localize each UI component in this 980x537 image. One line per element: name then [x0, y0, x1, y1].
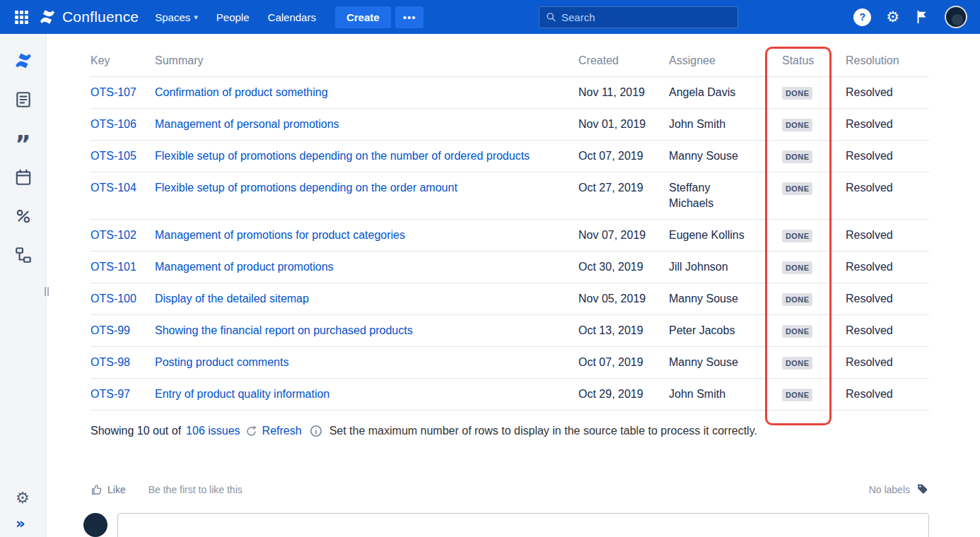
- table-row: OTS-101 Management of product promotions…: [91, 252, 929, 283]
- page-content: Key Summary Created Assignee Status Reso…: [47, 34, 980, 537]
- pages-icon: [14, 90, 33, 109]
- issue-created: Oct 30, 2019: [559, 252, 654, 283]
- refresh-icon[interactable]: [245, 425, 257, 437]
- issue-key-link[interactable]: OTS-98: [91, 356, 130, 368]
- status-badge: DONE: [782, 230, 812, 242]
- issue-key-link[interactable]: OTS-101: [91, 261, 136, 273]
- create-more-button[interactable]: •••: [395, 6, 424, 28]
- confluence-home-link[interactable]: Confluence: [38, 8, 139, 26]
- issues-table: Key Summary Created Assignee Status Reso…: [91, 45, 929, 411]
- issue-key-link[interactable]: OTS-99: [91, 324, 130, 336]
- global-search[interactable]: [539, 6, 738, 28]
- table-row: OTS-102 Management of promotions for pro…: [91, 220, 929, 252]
- issue-summary-link[interactable]: Management of personal promotions: [155, 118, 339, 130]
- nav-spaces[interactable]: Spaces ▾: [146, 0, 207, 34]
- status-badge: DONE: [782, 87, 812, 100]
- issue-key-link[interactable]: OTS-104: [91, 182, 136, 194]
- table-row: OTS-104 Flexible setup of promotions dep…: [91, 172, 929, 220]
- like-button[interactable]: Like: [91, 483, 126, 496]
- issue-assignee: John Smith: [654, 109, 768, 141]
- issue-resolution: Resolved: [826, 379, 929, 411]
- space-logo-icon: [13, 51, 33, 71]
- status-badge: DONE: [782, 293, 812, 306]
- table-header-row: Key Summary Created Assignee Status Reso…: [91, 45, 929, 77]
- issue-summary-link[interactable]: Showing the financial report on purchase…: [155, 324, 413, 336]
- nav-calendars[interactable]: Calendars: [259, 0, 325, 34]
- issue-summary-link[interactable]: Flexible setup of promotions depending o…: [155, 150, 530, 162]
- admin-gear-icon[interactable]: ⚙: [886, 10, 899, 25]
- issue-summary-link[interactable]: Management of product promotions: [155, 261, 334, 273]
- issue-created: Oct 29, 2019: [559, 379, 654, 411]
- issue-key-link[interactable]: OTS-100: [91, 293, 136, 305]
- issues-count-link[interactable]: 106 issues: [186, 425, 240, 437]
- refresh-link[interactable]: Refresh: [262, 425, 302, 437]
- announcements-flag-icon[interactable]: [914, 9, 930, 25]
- issue-assignee: Eugene Kollins: [654, 220, 768, 252]
- rows-note-text: Set the maximum number of rows to displa…: [329, 425, 757, 437]
- issue-resolution: Resolved: [826, 141, 929, 172]
- info-icon[interactable]: [310, 425, 322, 437]
- grid-icon: [15, 11, 28, 24]
- issue-summary-link[interactable]: Display of the detailed sitemap: [155, 293, 309, 305]
- help-button[interactable]: ?: [853, 8, 871, 26]
- table-row: OTS-106 Management of personal promotion…: [91, 109, 929, 141]
- sidebar-item-calendars[interactable]: [9, 163, 37, 191]
- issue-resolution: Resolved: [826, 347, 929, 379]
- sidebar-item-space-tools[interactable]: [9, 241, 37, 269]
- sidebar-space-logo[interactable]: [9, 47, 37, 75]
- create-button[interactable]: Create: [335, 6, 391, 28]
- issue-created: Oct 27, 2019: [559, 172, 654, 220]
- like-label: Like: [107, 484, 126, 495]
- issue-assignee: Angela Davis: [654, 77, 768, 109]
- labels-tag-icon[interactable]: [916, 483, 929, 496]
- sidebar-item-shortcuts[interactable]: [9, 202, 37, 230]
- thumbs-up-icon: [91, 483, 103, 496]
- comment-avatar: [83, 513, 107, 537]
- user-avatar[interactable]: [945, 6, 967, 28]
- issue-summary-link[interactable]: Management of promotions for product cat…: [155, 229, 405, 241]
- issue-assignee: Manny Souse: [654, 141, 768, 172]
- status-badge: DONE: [782, 325, 812, 338]
- status-badge: DONE: [782, 151, 812, 163]
- showing-count-text: Showing 10 out of: [91, 425, 181, 437]
- issue-key-link[interactable]: OTS-102: [91, 229, 136, 241]
- issue-created: Nov 01, 2019: [559, 109, 654, 141]
- sidebar-item-blog[interactable]: ”: [9, 124, 37, 153]
- table-row: OTS-99 Showing the financial report on p…: [91, 315, 929, 347]
- space-settings-gear-icon[interactable]: ⚙: [16, 489, 30, 507]
- nav-people[interactable]: People: [207, 0, 259, 34]
- calendar-icon: [14, 168, 33, 187]
- issue-summary-link[interactable]: Posting product comments: [155, 356, 288, 368]
- issue-key-link[interactable]: OTS-97: [91, 388, 130, 400]
- issue-key-link[interactable]: OTS-106: [91, 118, 136, 130]
- issue-summary-link[interactable]: Entry of product quality information: [155, 388, 329, 400]
- comment-input[interactable]: [117, 513, 929, 537]
- app-switcher-button[interactable]: [10, 6, 33, 28]
- issue-resolution: Resolved: [826, 77, 929, 109]
- sidebar-expand-icon[interactable]: »: [16, 517, 25, 531]
- status-badge: DONE: [782, 261, 812, 274]
- issue-key-link[interactable]: OTS-107: [91, 86, 136, 98]
- first-like-text: Be the first to like this: [148, 484, 243, 495]
- status-badge: DONE: [782, 389, 812, 401]
- issue-summary-link[interactable]: Flexible setup of promotions depending o…: [155, 182, 457, 194]
- column-header-summary: Summary: [155, 45, 559, 77]
- issue-created: Nov 07, 2019: [559, 220, 654, 252]
- like-bar: Like Be the first to like this No labels: [91, 483, 929, 496]
- issue-summary-link[interactable]: Confirmation of product something: [155, 86, 328, 98]
- column-header-key: Key: [91, 45, 155, 77]
- issue-resolution: Resolved: [826, 283, 929, 315]
- no-labels-text: No labels: [869, 484, 910, 495]
- sidebar-collapse-handle[interactable]: [45, 287, 49, 296]
- table-row: OTS-100 Display of the detailed sitemap …: [91, 283, 929, 315]
- issue-created: Nov 11, 2019: [559, 77, 654, 109]
- comment-area: [83, 513, 929, 537]
- issue-key-link[interactable]: OTS-105: [91, 150, 136, 162]
- issue-created: Oct 07, 2019: [559, 347, 654, 379]
- search-input[interactable]: [561, 11, 731, 23]
- sidebar-item-pages[interactable]: [9, 85, 37, 114]
- issues-tbody: OTS-107 Confirmation of product somethin…: [91, 77, 929, 411]
- issue-resolution: Resolved: [826, 315, 929, 347]
- issue-assignee: Manny Souse: [654, 347, 768, 379]
- nav-right-cluster: ? ⚙: [853, 6, 967, 28]
